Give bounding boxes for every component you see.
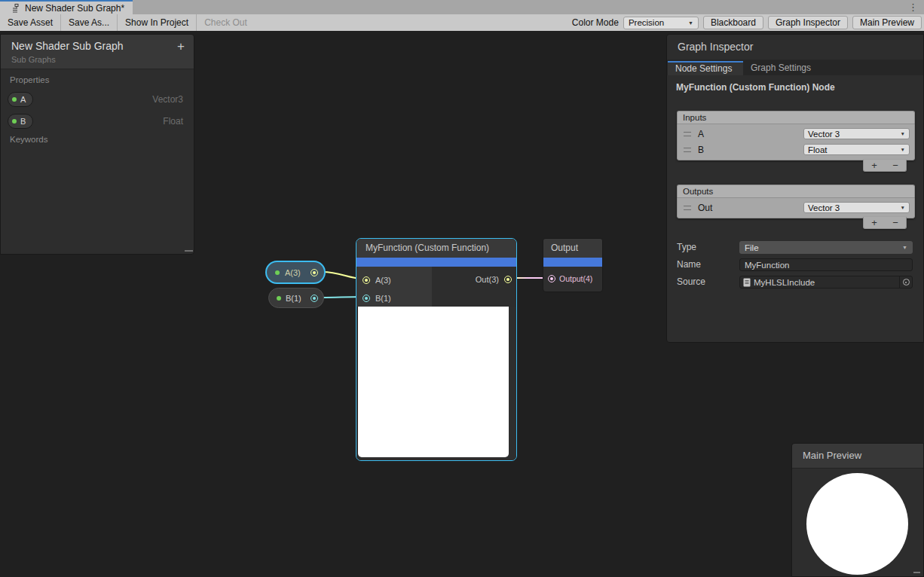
property-node-b[interactable]: B(1) — [268, 288, 324, 308]
tab-node-settings[interactable]: Node Settings — [668, 61, 743, 75]
node-preview-area — [356, 307, 516, 460]
blackboard-resize-handle[interactable] — [185, 250, 193, 252]
properties-section-label: Properties — [10, 75, 49, 84]
color-mode-label: Color Mode — [572, 17, 619, 28]
exposed-dot-icon — [277, 296, 281, 301]
type-field-row: Type File ▼ — [677, 241, 913, 254]
dropdown-value: Vector 3 — [808, 130, 840, 139]
port-input-a[interactable] — [363, 276, 370, 284]
source-field-row: Source MyHLSLInclude — [677, 276, 913, 288]
file-icon — [743, 278, 751, 287]
port-label: B(1) — [375, 294, 391, 303]
dropdown-value: Vector 3 — [808, 203, 840, 212]
port-a-output[interactable] — [311, 269, 318, 276]
name-input[interactable]: MyFunction — [739, 258, 913, 271]
add-property-button[interactable]: + — [177, 39, 185, 54]
main-preview-toggle-button[interactable]: Main Preview — [852, 16, 922, 29]
input-value: MyFunction — [745, 261, 789, 270]
check-out-button: Check Out — [197, 14, 255, 31]
dropdown-value: File — [745, 243, 759, 252]
property-type: Vector3 — [152, 94, 183, 105]
color-mode-value: Precision — [629, 18, 664, 27]
chevron-down-icon: ▼ — [688, 20, 693, 26]
remove-output-button[interactable]: − — [892, 218, 898, 228]
chevron-down-icon: ▼ — [901, 205, 905, 210]
row-name: B — [698, 145, 704, 155]
inspector-node-heading: MyFunction (Custom Function) Node — [676, 82, 835, 93]
main-preview-header[interactable]: Main Preview — [792, 444, 923, 469]
port-input-b[interactable] — [363, 295, 370, 302]
drag-handle-icon[interactable] — [684, 132, 691, 136]
node-title[interactable]: MyFunction (Custom Function) — [356, 239, 516, 258]
save-as-button[interactable]: Save As... — [61, 14, 118, 31]
list-row-input-b[interactable]: B Float ▼ — [678, 142, 914, 157]
save-asset-button[interactable]: Save Asset — [0, 14, 61, 31]
window-menu-icon[interactable]: ⋮ — [908, 1, 918, 14]
type-dropdown[interactable]: File ▼ — [739, 241, 913, 254]
input-a-type-dropdown[interactable]: Vector 3 ▼ — [803, 128, 910, 139]
property-node-a[interactable]: A(3) — [265, 261, 326, 284]
property-name: A — [20, 95, 26, 104]
blackboard-header[interactable]: New Shader Sub Graph + Sub Graphs — [1, 35, 194, 69]
drag-handle-icon[interactable] — [684, 206, 691, 210]
add-output-button[interactable]: + — [871, 218, 877, 228]
property-type: Float — [163, 116, 183, 127]
name-field-row: Name MyFunction — [677, 258, 913, 271]
chevron-down-icon: ▼ — [901, 147, 905, 152]
tab-bar: New Shader Sub Graph* ⋮ — [0, 0, 924, 14]
property-node-label: B(1) — [286, 294, 301, 303]
tab-graph-settings[interactable]: Graph Settings — [743, 61, 818, 75]
remove-input-button[interactable]: − — [892, 160, 898, 171]
outputs-list-body: Out Vector 3 ▼ — [677, 197, 915, 218]
tab-new-shader-sub-graph[interactable]: New Shader Sub Graph* — [0, 0, 133, 14]
output-out-type-dropdown[interactable]: Vector 3 ▼ — [803, 202, 910, 213]
port-output-out[interactable] — [504, 276, 512, 283]
row-name: A — [698, 129, 704, 139]
node-color-bar — [356, 258, 516, 267]
list-row-output-out[interactable]: Out Vector 3 ▼ — [678, 200, 914, 215]
output-node[interactable]: Output Output(4) — [543, 238, 603, 292]
keywords-section-label: Keywords — [10, 135, 48, 144]
color-mode-dropdown[interactable]: Precision ▼ — [623, 17, 699, 29]
exposed-dot-icon — [275, 270, 280, 275]
port-input-output[interactable] — [548, 275, 555, 282]
input-b-type-dropdown[interactable]: Float ▼ — [803, 144, 910, 155]
type-label: Type — [677, 242, 696, 252]
list-row-input-a[interactable]: A Vector 3 ▼ — [678, 126, 914, 142]
exposed-dot-icon — [12, 97, 17, 102]
node-color-bar — [543, 258, 602, 267]
toolbar-right-group: Color Mode Precision ▼ Blackboard Graph … — [572, 14, 922, 31]
blackboard-subtitle: Sub Graphs — [11, 55, 56, 64]
preview-sphere[interactable] — [806, 473, 908, 575]
node-title[interactable]: Output — [543, 239, 602, 258]
object-picker-icon — [903, 279, 910, 285]
blackboard-title: New Shader Sub Graph — [11, 40, 124, 52]
custom-function-node[interactable]: MyFunction (Custom Function) A(3) B(1) O… — [356, 238, 517, 461]
tab-title: New Shader Sub Graph* — [25, 3, 124, 14]
input-port-row-a: A(3) — [363, 276, 391, 285]
property-name: B — [20, 117, 26, 126]
source-label: Source — [677, 276, 705, 287]
blackboard-toggle-button[interactable]: Blackboard — [703, 16, 763, 29]
inputs-list-body: A Vector 3 ▼ B Float ▼ — [677, 124, 915, 160]
show-in-project-button[interactable]: Show In Project — [118, 14, 197, 31]
drag-handle-icon[interactable] — [684, 148, 691, 152]
property-pill-a[interactable]: A — [8, 92, 33, 107]
output-port-row-out: Out(3) — [476, 275, 512, 284]
add-input-button[interactable]: + — [871, 160, 877, 171]
source-object-field[interactable]: MyHLSLInclude — [739, 276, 913, 288]
object-picker-button[interactable] — [899, 276, 912, 288]
port-label: Output(4) — [559, 274, 592, 283]
graph-inspector-toggle-button[interactable]: Graph Inspector — [768, 16, 848, 29]
chevron-down-icon: ▼ — [902, 245, 907, 250]
port-b-output[interactable] — [311, 295, 318, 302]
main-preview-resize-handle[interactable] — [913, 572, 920, 573]
property-node-label: A(3) — [285, 268, 301, 277]
blackboard-panel: New Shader Sub Graph + Sub Graphs Proper… — [0, 34, 194, 255]
property-pill-b[interactable]: B — [8, 114, 33, 129]
shader-graph-window: New Shader Sub Graph* ⋮ Save Asset Save … — [0, 0, 924, 577]
node-preview-image — [358, 307, 509, 457]
node-ports-area: Output(4) — [543, 267, 602, 292]
input-port-row-output: Output(4) — [548, 274, 592, 283]
inputs-list-header: Inputs — [677, 111, 915, 124]
